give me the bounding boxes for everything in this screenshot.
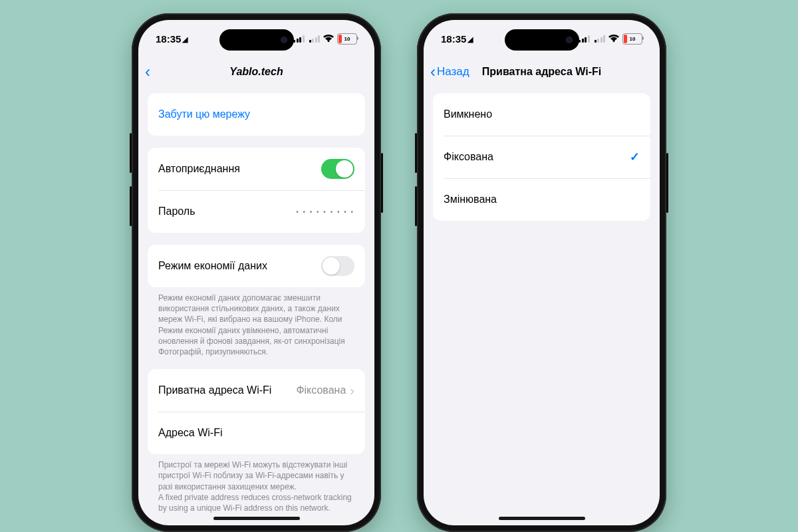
- password-value: • • • • • • • • •: [296, 208, 354, 215]
- screen: 18:35◢ 10 ‹Назад Приватна адреса Wi-Fi В…: [424, 20, 660, 525]
- option-rotating[interactable]: Змінювана: [433, 178, 650, 221]
- svg-point-0: [328, 41, 330, 43]
- password-label: Пароль: [158, 205, 196, 217]
- lowdata-toggle[interactable]: [321, 256, 354, 276]
- wifi-address-label: Адреса Wi-Fi: [158, 427, 222, 439]
- option-off-label: Вимкнено: [444, 108, 492, 120]
- group-lowdata: Режим економії даних: [148, 245, 365, 287]
- wifi-address-description: Пристрої та мережі Wi-Fi можуть відстежу…: [148, 460, 365, 513]
- group-address: Приватна адреса Wi-Fi Фіксована › Адреса…: [148, 369, 365, 454]
- autojoin-toggle[interactable]: [321, 159, 354, 179]
- home-indicator[interactable]: [213, 517, 300, 520]
- wifi-icon: [323, 35, 334, 43]
- lowdata-row[interactable]: Режим економії даних: [148, 245, 365, 287]
- svg-point-1: [613, 41, 615, 43]
- autojoin-row[interactable]: Автоприєднання: [148, 148, 365, 190]
- cellular-icon: [579, 35, 590, 43]
- dynamic-island: [219, 29, 294, 51]
- settings-content[interactable]: Забути цю мережу Автоприєднання Пароль •…: [138, 86, 374, 525]
- private-address-value: Фіксована: [296, 384, 346, 396]
- battery-icon: 10: [622, 33, 642, 45]
- nav-bar: ‹Назад Приватна адреса Wi-Fi: [424, 57, 660, 86]
- status-time: 18:35◢: [441, 33, 473, 45]
- wifi-address-row[interactable]: Адреса Wi-Fi: [148, 412, 365, 454]
- home-indicator[interactable]: [499, 517, 585, 520]
- cellular-icon: [293, 35, 305, 43]
- back-button[interactable]: ‹: [138, 64, 202, 80]
- back-label: Назад: [437, 65, 469, 78]
- phone-right: 18:35◢ 10 ‹Назад Приватна адреса Wi-Fi В…: [417, 13, 666, 532]
- battery-icon: 10: [337, 33, 357, 45]
- group-connection: Автоприєднання Пароль • • • • • • • • •: [148, 148, 365, 233]
- geo-icon: ◢: [467, 35, 473, 43]
- chevron-right-icon: ›: [350, 383, 354, 398]
- password-row[interactable]: Пароль • • • • • • • • •: [148, 190, 365, 233]
- cellular2-icon: [595, 35, 606, 43]
- checkmark-icon: ✓: [630, 150, 640, 164]
- phone-left: 18:35◢ 10 ‹ Yablo.tech Забути цю мережу: [132, 13, 381, 532]
- nav-bar: ‹ Yablo.tech: [138, 57, 374, 86]
- chevron-left-icon: ‹: [430, 64, 436, 80]
- forget-network-button[interactable]: Забути цю мережу: [148, 93, 365, 136]
- option-rotating-label: Змінювана: [444, 194, 497, 205]
- status-time: 18:35◢: [156, 33, 188, 45]
- screen: 18:35◢ 10 ‹ Yablo.tech Забути цю мережу: [138, 20, 374, 525]
- cellular2-icon: [309, 35, 321, 43]
- wifi-icon: [608, 35, 619, 43]
- group-options: Вимкнено Фіксована ✓ Змінювана: [433, 93, 650, 221]
- settings-content[interactable]: Вимкнено Фіксована ✓ Змінювана: [424, 86, 660, 525]
- back-button[interactable]: ‹Назад: [424, 64, 487, 80]
- private-address-label: Приватна адреса Wi-Fi: [158, 384, 271, 396]
- dynamic-island: [505, 29, 579, 51]
- option-fixed-label: Фіксована: [444, 151, 493, 163]
- option-fixed[interactable]: Фіксована ✓: [433, 136, 650, 178]
- private-address-row[interactable]: Приватна адреса Wi-Fi Фіксована ›: [148, 369, 365, 412]
- option-off[interactable]: Вимкнено: [433, 93, 650, 136]
- autojoin-label: Автоприєднання: [158, 163, 240, 175]
- geo-icon: ◢: [182, 35, 188, 43]
- lowdata-description: Режим економії даних допомагає зменшити …: [148, 293, 365, 357]
- group-forget: Забути цю мережу: [148, 93, 365, 136]
- chevron-left-icon: ‹: [145, 64, 150, 80]
- lowdata-label: Режим економії даних: [158, 260, 267, 272]
